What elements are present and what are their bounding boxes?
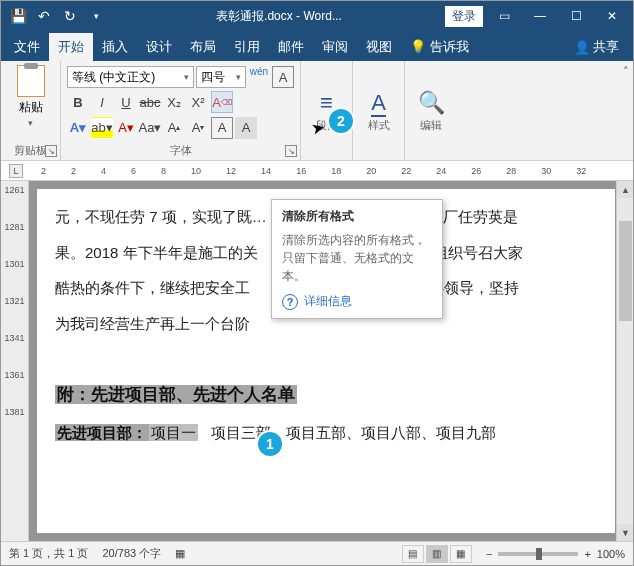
clear-formatting-button[interactable]: A⌫ — [211, 91, 233, 113]
character-border-button[interactable]: A — [211, 117, 233, 139]
styles-icon[interactable]: A — [371, 90, 386, 116]
chevron-down-icon: ▾ — [184, 72, 189, 82]
vruler-tick: 1381 — [4, 407, 24, 417]
scroll-thumb[interactable] — [619, 221, 632, 321]
scroll-up-icon[interactable]: ▲ — [617, 181, 633, 198]
ruler-tick: 2 — [41, 166, 46, 176]
vertical-ruler[interactable]: 1261 1281 1301 1321 1341 1361 1381 — [1, 181, 29, 541]
font-size-combo[interactable]: 四号▾ — [196, 66, 246, 88]
redo-icon[interactable]: ↻ — [59, 5, 81, 27]
tab-view[interactable]: 视图 — [357, 33, 401, 61]
tab-mailings[interactable]: 邮件 — [269, 33, 313, 61]
close-icon[interactable]: ✕ — [595, 2, 629, 30]
text-effects-button[interactable]: A▾ — [67, 117, 89, 139]
font-name-combo[interactable]: 等线 (中文正文)▾ — [67, 66, 194, 88]
view-buttons: ▤ ▥ ▦ — [402, 545, 472, 563]
paste-icon — [17, 65, 45, 97]
maximize-icon[interactable]: ☐ — [559, 2, 593, 30]
tab-design[interactable]: 设计 — [137, 33, 181, 61]
ruler-tick: 6 — [131, 166, 136, 176]
vruler-tick: 1261 — [4, 185, 24, 195]
underline-button[interactable]: U — [115, 91, 137, 113]
italic-button[interactable]: I — [91, 91, 113, 113]
scroll-down-icon[interactable]: ▼ — [617, 524, 633, 541]
tab-share[interactable]: 👤 共享 — [565, 33, 629, 61]
ruler-tick: 10 — [191, 166, 201, 176]
tab-selector-icon[interactable]: L — [9, 164, 23, 178]
macro-icon[interactable]: ▦ — [175, 547, 185, 560]
ruler-tick: 14 — [261, 166, 271, 176]
tab-file[interactable]: 文件 — [5, 33, 49, 61]
document-title: 表彰通报.docx - Word... — [216, 8, 342, 25]
read-mode-icon[interactable]: ▤ — [402, 545, 424, 563]
paste-button[interactable]: 粘贴 ▾ — [17, 65, 45, 128]
tab-insert[interactable]: 插入 — [93, 33, 137, 61]
collapse-ribbon-icon[interactable]: ˄ — [623, 65, 629, 78]
tab-share-label: 共享 — [593, 38, 619, 56]
qat-customize-icon[interactable]: ▾ — [85, 5, 107, 27]
tooltip-more-link[interactable]: ? 详细信息 — [282, 293, 432, 310]
vruler-tick: 1301 — [4, 259, 24, 269]
grow-font-button[interactable]: A▴ — [163, 117, 185, 139]
quick-access-toolbar: 💾 ↶ ↻ ▾ — [1, 5, 113, 27]
bold-button[interactable]: B — [67, 91, 89, 113]
list-label: 先进项目部： — [55, 424, 149, 441]
print-layout-icon[interactable]: ▥ — [426, 545, 448, 563]
font-launcher-icon[interactable]: ↘ — [285, 145, 297, 157]
save-icon[interactable]: 💾 — [7, 5, 29, 27]
undo-icon[interactable]: ↶ — [33, 5, 55, 27]
ruler-tick: 28 — [506, 166, 516, 176]
zoom-value[interactable]: 100% — [597, 548, 625, 560]
clear-formatting-tooltip: 清除所有格式 清除所选内容的所有格式，只留下普通、无格式的文本。 ? 详细信息 — [271, 199, 443, 319]
tab-tellme[interactable]: 💡 告诉我 — [401, 33, 478, 61]
strikethrough-button[interactable]: abc — [139, 91, 161, 113]
list-item-selected: 项目一 — [149, 424, 198, 441]
clipboard-launcher-icon[interactable]: ↘ — [45, 145, 57, 157]
paste-label: 粘贴 — [19, 99, 43, 116]
web-layout-icon[interactable]: ▦ — [450, 545, 472, 563]
ruler-tick: 16 — [296, 166, 306, 176]
tab-references[interactable]: 引用 — [225, 33, 269, 61]
character-shading-button[interactable]: A — [235, 117, 257, 139]
ruler-tick: 12 — [226, 166, 236, 176]
horizontal-ruler[interactable]: L 2 2 4 6 8 10 12 14 16 18 20 22 24 26 2… — [1, 161, 633, 181]
status-page[interactable]: 第 1 页，共 1 页 — [9, 546, 88, 561]
shrink-font-button[interactable]: A▾ — [187, 117, 209, 139]
ribbon-tabs: 文件 开始 插入 设计 布局 引用 邮件 审阅 视图 💡 告诉我 👤 共享 — [1, 31, 633, 61]
tab-review[interactable]: 审阅 — [313, 33, 357, 61]
zoom-control: − + 100% — [486, 548, 625, 560]
highlight-button[interactable]: ab▾ — [91, 117, 113, 139]
ruler-tick: 8 — [161, 166, 166, 176]
font-size-value: 四号 — [201, 69, 225, 86]
group-font-label: 字体 — [67, 141, 294, 160]
find-icon[interactable]: 🔍 — [418, 90, 445, 116]
ruler-tick: 30 — [541, 166, 551, 176]
minimize-icon[interactable]: — — [523, 2, 557, 30]
group-editing: 🔍 编辑 — [405, 61, 457, 160]
status-words[interactable]: 20/783 个字 — [102, 546, 161, 561]
login-button[interactable]: 登录 — [445, 6, 483, 27]
superscript-button[interactable]: X² — [187, 91, 209, 113]
paste-dropdown-icon[interactable]: ▾ — [28, 118, 33, 128]
window-title: 表彰通报.docx - Word... — [113, 8, 445, 25]
zoom-thumb[interactable] — [536, 548, 542, 560]
vruler-tick: 1341 — [4, 333, 24, 343]
tooltip-body: 清除所选内容的所有格式，只留下普通、无格式的文本。 — [282, 231, 432, 285]
subscript-button[interactable]: X₂ — [163, 91, 185, 113]
vertical-scrollbar[interactable]: ▲ ▼ — [616, 181, 633, 541]
font-name-value: 等线 (中文正文) — [72, 69, 155, 86]
zoom-slider[interactable] — [498, 552, 578, 556]
tab-home[interactable]: 开始 — [49, 33, 93, 61]
grow-font-icon[interactable]: wén — [248, 66, 270, 88]
ribbon-display-icon[interactable]: ▭ — [487, 2, 521, 30]
zoom-in-button[interactable]: + — [584, 548, 590, 560]
tab-layout[interactable]: 布局 — [181, 33, 225, 61]
phonetic-guide-button[interactable]: Aa▾ — [139, 117, 161, 139]
font-color-button[interactable]: A▾ — [115, 117, 137, 139]
ruler-tick: 2 — [71, 166, 76, 176]
change-case-icon[interactable]: A — [272, 66, 294, 88]
word-window: 💾 ↶ ↻ ▾ 表彰通报.docx - Word... 登录 ▭ — ☐ ✕ 文… — [0, 0, 634, 566]
zoom-out-button[interactable]: − — [486, 548, 492, 560]
list-line: 先进项目部：项目一 项目三部、项目五部、项目八部、项目九部 — [55, 417, 597, 449]
ruler-tick: 22 — [401, 166, 411, 176]
